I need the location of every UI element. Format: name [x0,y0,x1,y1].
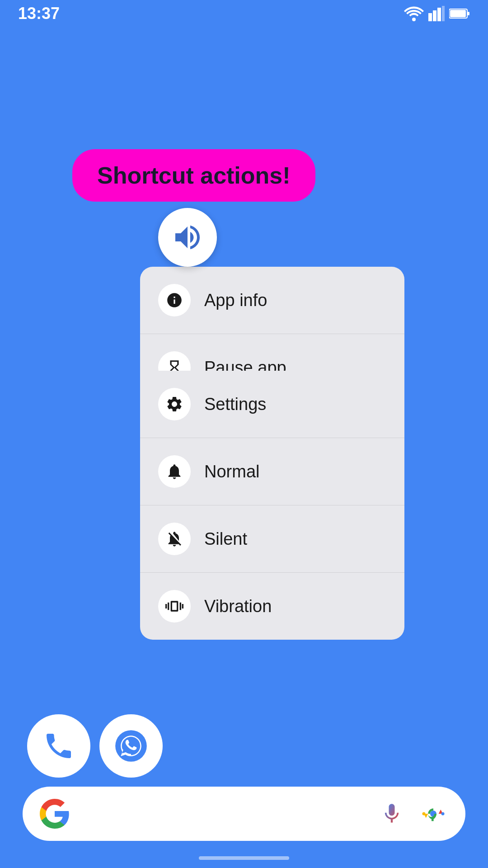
home-indicator [199,856,289,860]
status-bar: 13:37 [0,0,488,27]
battery-icon [449,6,470,21]
svg-rect-6 [450,10,466,17]
bell-icon [165,462,183,481]
vibration-label: Vibration [204,597,272,616]
status-time: 13:37 [18,4,60,23]
svg-rect-3 [437,8,441,21]
menu-item-normal[interactable]: Normal [140,438,404,505]
phone-icon [42,730,75,762]
svg-point-11 [422,812,426,816]
svg-rect-1 [428,13,432,21]
settings-icon-circle [158,388,191,420]
messages-icon [114,729,148,763]
app-icon[interactable] [158,208,217,267]
gear-icon [165,395,183,413]
search-lens-button[interactable] [417,797,450,830]
microphone-icon [380,802,404,826]
lens-icon [421,801,446,826]
svg-rect-4 [442,6,445,21]
vibration-icon [165,597,183,615]
google-search-bar[interactable] [23,787,465,841]
status-icons [404,6,470,21]
menu-item-settings[interactable]: Settings [140,371,404,438]
wifi-icon [404,6,424,21]
dock-phone[interactable] [27,714,90,778]
svg-rect-2 [433,10,436,21]
normal-label: Normal [204,462,259,481]
google-logo [38,797,71,830]
dock-messages[interactable] [99,714,163,778]
bell-slash-icon-circle [158,523,191,555]
context-menu-bottom: Settings Normal Silent Vibration [140,371,404,640]
svg-point-0 [412,18,416,21]
svg-point-8 [115,730,147,762]
vibration-icon-circle [158,590,191,623]
shortcut-actions-text: Shortcut actions! [97,162,291,189]
settings-label: Settings [204,395,266,414]
menu-item-app-info[interactable]: App info [140,267,404,334]
app-info-icon-circle [158,284,191,316]
info-icon [166,292,183,309]
bell-icon-circle [158,455,191,488]
svg-point-10 [441,812,445,816]
signal-icon [428,6,445,21]
app-info-label: App info [204,291,267,310]
volume-icon [171,221,204,254]
silent-label: Silent [204,529,247,549]
menu-item-vibration[interactable]: Vibration [140,573,404,640]
svg-rect-7 [468,12,469,15]
menu-item-silent[interactable]: Silent [140,505,404,573]
bell-slash-icon [165,530,183,548]
search-mic-button[interactable] [375,797,408,830]
shortcut-actions-label: Shortcut actions! [72,149,315,202]
